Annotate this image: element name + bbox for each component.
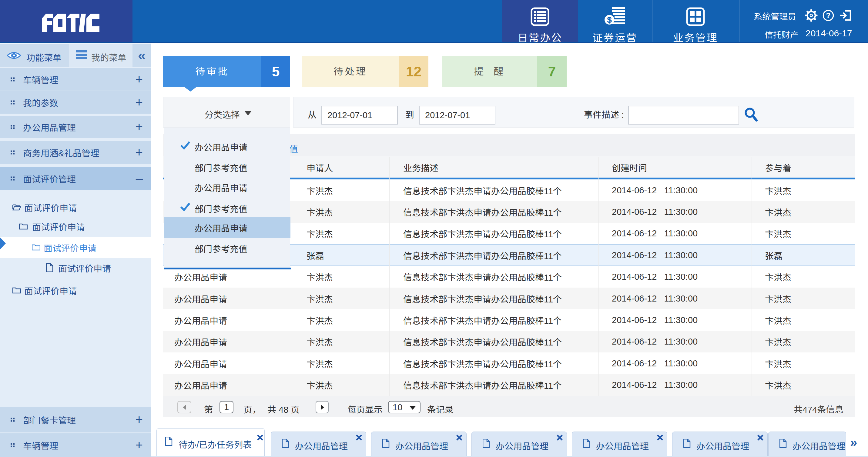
svg-text:?: ?: [826, 11, 830, 20]
svg-text:$: $: [607, 15, 612, 25]
